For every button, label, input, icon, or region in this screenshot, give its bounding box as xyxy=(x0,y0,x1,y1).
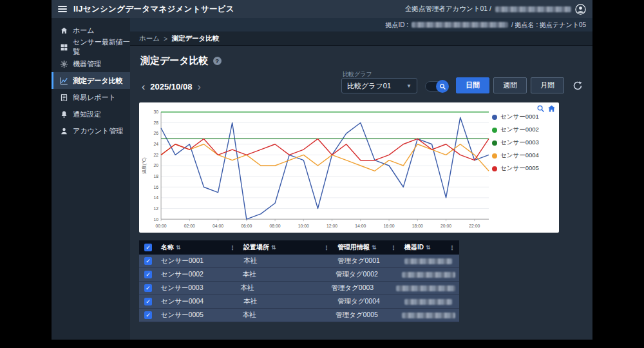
cell-info: 管理タグ0001 xyxy=(334,255,401,267)
chart-svg: 101214161820222426283000:0002:0004:0006:… xyxy=(140,106,492,231)
cell-device-id xyxy=(398,309,459,322)
row-checkbox[interactable]: ✓ xyxy=(144,284,152,292)
legend-item[interactable]: センサー0003 xyxy=(492,139,556,147)
magnifier-icon xyxy=(439,83,446,90)
sidebar-item-5[interactable]: 簡易レポート xyxy=(52,89,130,106)
chart-zoom-icon[interactable] xyxy=(536,104,545,113)
legend-dot-icon xyxy=(492,128,497,133)
cell-location: 本社 xyxy=(240,295,334,308)
svg-text:16:00: 16:00 xyxy=(384,224,395,228)
top-bar: IIJセンシングデータマネジメントサービス 全拠点管理者アカウント01 / xyxy=(52,0,592,18)
sidebar-item-label: ホーム xyxy=(73,26,95,35)
main-content: 測定データ比較 ? ‹ 2025/10/08 › 比較グラフ 比較グラフ01 xyxy=(130,46,592,340)
row-checkbox[interactable]: ✓ xyxy=(144,311,152,319)
svg-text:18: 18 xyxy=(153,174,158,179)
svg-text:12: 12 xyxy=(153,206,158,211)
column-menu-icon[interactable]: ⋮ xyxy=(229,244,236,251)
legend-dot-icon xyxy=(492,140,497,146)
svg-text:00:00: 00:00 xyxy=(156,224,167,228)
sort-icon[interactable]: ⇅ xyxy=(426,244,431,251)
checkbox-cell: ✓ xyxy=(139,295,157,308)
breadcrumb-separator: > xyxy=(164,35,167,43)
column-menu-icon[interactable]: ⋮ xyxy=(390,244,397,251)
account-name: 全拠点管理者アカウント01 / xyxy=(405,5,491,14)
account-avatar-icon[interactable] xyxy=(575,4,586,15)
range-button-2[interactable]: 週間 xyxy=(493,77,527,93)
graph-select-label: 比較グラフ xyxy=(343,70,372,79)
svg-text:22:00: 22:00 xyxy=(469,224,480,228)
row-checkbox[interactable]: ✓ xyxy=(144,298,152,305)
range-button-3[interactable]: 月間 xyxy=(531,77,564,93)
row-checkbox[interactable]: ✓ xyxy=(144,244,152,251)
sort-icon[interactable]: ⇅ xyxy=(372,244,377,251)
legend-item[interactable]: センサー0004 xyxy=(492,151,556,160)
cell-device-id xyxy=(401,255,459,267)
breadcrumb-current: 測定データ比較 xyxy=(171,34,219,43)
svg-text:12:00: 12:00 xyxy=(327,224,337,228)
breadcrumb-home-link[interactable]: ホーム xyxy=(139,34,160,43)
legend-item[interactable]: センサー0001 xyxy=(492,113,556,121)
column-header: 名称⇅⋮ xyxy=(157,240,240,255)
svg-text:02:00: 02:00 xyxy=(184,224,195,228)
svg-text:14: 14 xyxy=(153,195,158,200)
svg-text:08:00: 08:00 xyxy=(270,224,281,228)
sidebar-item-3[interactable]: 機器管理 xyxy=(52,55,130,72)
help-icon[interactable]: ? xyxy=(213,57,222,65)
chevron-down-icon: ▼ xyxy=(406,83,412,89)
column-header-label: 管理用情報 xyxy=(337,243,370,252)
row-checkbox[interactable]: ✓ xyxy=(144,257,152,265)
range-button-1[interactable]: 日間 xyxy=(456,77,489,93)
sidebar-item-label: 通知設定 xyxy=(73,110,101,119)
chart-legend: センサー0001センサー0002センサー0003センサー0004センサー0005 xyxy=(492,106,556,231)
cell-device-id xyxy=(392,282,459,295)
app-window: IIJセンシングデータマネジメントサービス 全拠点管理者アカウント01 / ホー… xyxy=(52,0,592,340)
chart-icon xyxy=(60,77,68,85)
sidebar-item-label: 測定データ比較 xyxy=(73,76,123,86)
sort-icon[interactable]: ⇅ xyxy=(176,244,181,251)
device-id-redacted xyxy=(402,272,455,278)
cell-device-id xyxy=(401,295,459,308)
refresh-icon[interactable] xyxy=(572,80,583,92)
svg-text:10: 10 xyxy=(153,217,158,222)
header-checkbox-cell: ✓ xyxy=(139,240,157,255)
sidebar-item-4[interactable]: 測定データ比較 xyxy=(52,72,130,89)
sort-icon[interactable]: ⇅ xyxy=(271,244,276,251)
device-id-redacted xyxy=(404,258,452,264)
column-header: 機器ID⇅⋮ xyxy=(401,240,459,255)
range-segment: 日間週間月間 xyxy=(456,77,564,93)
legend-item[interactable]: センサー0002 xyxy=(492,126,556,134)
zoom-mode-toggle[interactable] xyxy=(425,81,448,92)
app-title: IIJセンシングデータマネジメントサービス xyxy=(73,4,234,15)
sensor-list-icon xyxy=(60,43,68,52)
checkbox-cell: ✓ xyxy=(139,255,157,267)
svg-text:20:00: 20:00 xyxy=(440,224,451,228)
sidebar-item-label: 簡易レポート xyxy=(73,93,116,102)
sidebar-item-7[interactable]: アカウント管理 xyxy=(52,122,130,139)
table-body: ✓センサー0001本社管理タグ0001✓センサー0002本社管理タグ0002✓セ… xyxy=(139,255,459,322)
prev-date-button[interactable]: ‹ xyxy=(142,82,145,92)
column-menu-icon[interactable]: ⋮ xyxy=(449,244,455,251)
column-header-label: 名称 xyxy=(161,243,174,252)
row-checkbox[interactable]: ✓ xyxy=(144,271,152,278)
svg-text:16: 16 xyxy=(153,185,158,189)
legend-item[interactable]: センサー0005 xyxy=(492,164,556,173)
table-row: ✓センサー0001本社管理タグ0001 xyxy=(139,255,459,268)
chart-home-icon[interactable] xyxy=(547,104,556,113)
next-date-button[interactable]: › xyxy=(197,82,200,92)
svg-text:温度(℃): 温度(℃) xyxy=(142,157,147,174)
table-row: ✓センサー0004本社管理タグ0004 xyxy=(139,295,459,309)
sidebar-item-6[interactable]: 通知設定 xyxy=(52,106,130,122)
account-email-redacted xyxy=(495,6,571,12)
sidebar-item-1[interactable]: ホーム xyxy=(52,22,130,39)
hamburger-menu-icon[interactable] xyxy=(58,5,67,14)
account-icon xyxy=(60,127,68,135)
graph-select-dropdown[interactable]: 比較グラフ01 ▼ xyxy=(341,78,417,93)
column-menu-icon[interactable]: ⋮ xyxy=(323,244,330,251)
legend-label: センサー0002 xyxy=(500,126,539,134)
table-row: ✓センサー0005本社管理タグ0005 xyxy=(139,309,459,322)
svg-text:18:00: 18:00 xyxy=(412,224,423,228)
report-icon xyxy=(60,93,68,102)
cell-name: センサー0001 xyxy=(157,255,240,267)
sidebar-item-2[interactable]: センサー最新値一覧 xyxy=(52,39,130,55)
svg-text:24: 24 xyxy=(153,142,158,146)
